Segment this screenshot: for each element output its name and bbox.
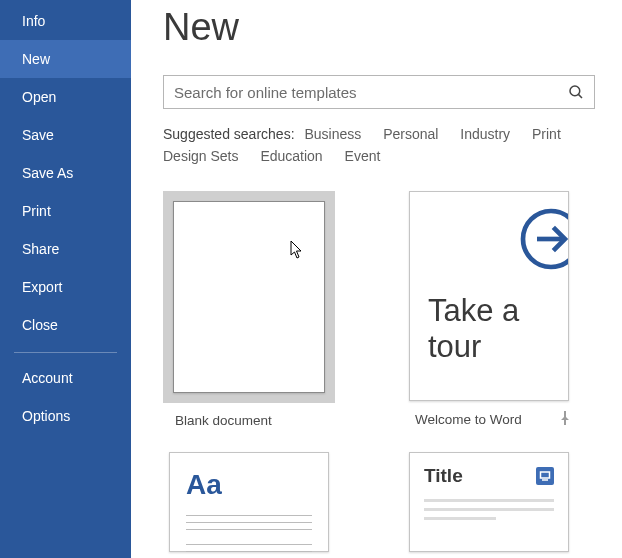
sidebar-item-info[interactable]: Info: [0, 2, 131, 40]
suggested-link-print[interactable]: Print: [532, 123, 561, 145]
template-welcome-label: Welcome to Word: [415, 412, 522, 427]
suggested-link-design-sets[interactable]: Design Sets: [163, 145, 238, 167]
svg-point-0: [570, 86, 580, 96]
sidebar-item-print[interactable]: Print: [0, 192, 131, 230]
sidebar-divider: [14, 352, 117, 353]
new-panel: New Suggested searches: Business Persona…: [131, 0, 622, 558]
cursor-arrow-icon: [290, 240, 306, 260]
svg-line-1: [578, 94, 582, 98]
template-search-input[interactable]: [164, 84, 558, 101]
template-aa-thumb: Aa: [169, 452, 329, 552]
template-title-thumb: Title: [409, 452, 569, 552]
template-search-box: [163, 75, 595, 109]
ruled-lines-icon: [186, 515, 312, 558]
page-title: New: [163, 6, 622, 49]
sidebar-item-open[interactable]: Open: [0, 78, 131, 116]
sidebar-item-save-as[interactable]: Save As: [0, 154, 131, 192]
sidebar-item-options[interactable]: Options: [0, 397, 131, 435]
template-tour-text: Take a tour: [410, 287, 568, 365]
template-single-spaced[interactable]: Aa: [163, 452, 335, 552]
template-tour-thumb: Take a tour: [409, 191, 569, 401]
template-title-heading-text: Title: [424, 465, 463, 487]
suggested-link-personal[interactable]: Personal: [383, 123, 438, 145]
search-icon: [567, 83, 585, 101]
sidebar-item-account[interactable]: Account: [0, 359, 131, 397]
suggested-link-education[interactable]: Education: [260, 145, 322, 167]
sidebar-item-close[interactable]: Close: [0, 306, 131, 344]
backstage-sidebar: Info New Open Save Save As Print Share E…: [0, 0, 131, 558]
suggested-searches: Suggested searches: Business Personal In…: [163, 123, 603, 167]
suggested-link-industry[interactable]: Industry: [460, 123, 510, 145]
template-blank-document[interactable]: Blank document: [163, 191, 335, 428]
template-welcome-to-word[interactable]: Take a tour Welcome to Word: [403, 191, 575, 428]
template-grid: Blank document Take a tour Welcome to Wo…: [163, 191, 622, 552]
sidebar-item-share[interactable]: Share: [0, 230, 131, 268]
gray-lines-icon: [424, 499, 554, 520]
template-aa-heading: Aa: [186, 469, 312, 501]
pin-icon[interactable]: [559, 411, 571, 428]
sidebar-item-new[interactable]: New: [0, 40, 131, 78]
suggested-link-event[interactable]: Event: [345, 145, 381, 167]
sidebar-item-export[interactable]: Export: [0, 268, 131, 306]
sidebar-item-save[interactable]: Save: [0, 116, 131, 154]
arrow-right-circle-icon: [516, 204, 568, 274]
search-button[interactable]: [558, 76, 594, 108]
screen-badge-icon: [536, 467, 554, 485]
template-blank-label: Blank document: [163, 413, 335, 428]
template-blank-thumb: [173, 201, 325, 393]
svg-rect-4: [541, 472, 550, 478]
suggested-label: Suggested searches:: [163, 126, 295, 142]
suggested-link-business[interactable]: Business: [304, 123, 361, 145]
template-title-heading[interactable]: Title: [403, 452, 575, 552]
